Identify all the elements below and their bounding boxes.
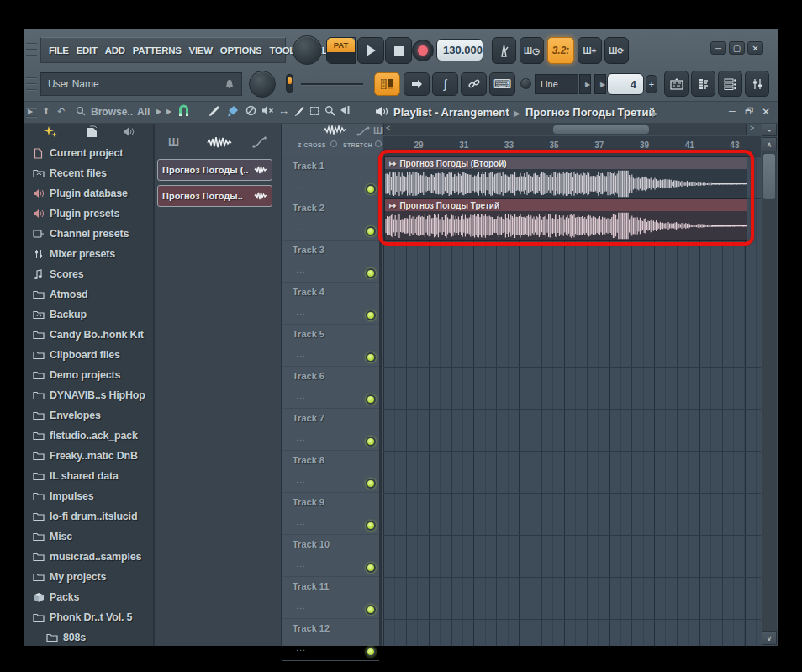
playlist-window-title[interactable]: Playlist - Arrangement [393, 106, 509, 119]
stop-button[interactable] [385, 37, 412, 64]
browser-back-icon[interactable]: ↶ [57, 106, 65, 117]
countdown-button[interactable]: Ш+ [578, 37, 602, 64]
browser-item[interactable]: Recent files [25, 163, 151, 183]
vscroll-thumb[interactable] [763, 154, 775, 199]
track-enable-led[interactable] [366, 647, 376, 657]
track-row[interactable]: Track 11... [282, 577, 379, 619]
wait-for-input-button[interactable]: Ш◷ [520, 37, 544, 64]
browser-preview-button[interactable] [123, 126, 135, 137]
browser-item[interactable]: Phonk Dr..t Vol. 5 [25, 607, 151, 627]
browser-item[interactable]: My projects [25, 567, 151, 587]
playlist-view-button[interactable] [664, 71, 689, 97]
app-close-button[interactable]: ✕ [747, 41, 763, 55]
browser-item[interactable]: Current project [25, 143, 151, 163]
link-button[interactable] [461, 72, 487, 96]
track-row[interactable]: Track 5... [282, 325, 379, 367]
patterns-mode-icon[interactable]: Ш [373, 125, 383, 135]
snap-selector[interactable]: Line [535, 74, 578, 94]
song-mode-area[interactable] [327, 52, 355, 63]
delete-tool-button[interactable] [245, 105, 256, 116]
master-pitch-knob[interactable] [249, 71, 276, 98]
browser-item[interactable]: Channel presets [25, 224, 151, 244]
track-enable-led[interactable] [366, 394, 376, 405]
browser-search-icon[interactable] [76, 106, 86, 116]
playlist-options-button[interactable]: ▪ [762, 124, 777, 136]
track-enable-led[interactable] [366, 310, 376, 320]
playback-tool-button[interactable] [339, 105, 350, 115]
hscroll-thumb[interactable] [553, 125, 649, 134]
track-row[interactable]: Track 8... [282, 451, 379, 493]
track-enable-led[interactable] [366, 226, 376, 236]
main-volume-knob[interactable] [293, 35, 322, 65]
slice-tool-button[interactable] [294, 105, 305, 116]
track-enable-led[interactable] [366, 479, 376, 489]
playlist-maximize-button[interactable]: 🗗 [745, 106, 754, 116]
menu-item-patterns[interactable]: PATTERNS [133, 45, 182, 56]
track-row[interactable]: Track 9... [282, 493, 379, 535]
browser-item[interactable]: Misc [25, 526, 151, 547]
track-row[interactable]: Track 10... [282, 535, 379, 577]
track-enable-led[interactable] [366, 268, 376, 278]
browser-item[interactable]: lo-fi drum..itslucid [25, 506, 151, 526]
user-name-field[interactable]: User Name [40, 72, 242, 96]
track-row[interactable]: Track 2... [282, 198, 379, 241]
filter-arrow[interactable]: ▶ [156, 108, 161, 115]
picker-tab-automation[interactable] [252, 136, 267, 148]
metronome-button[interactable] [492, 37, 516, 64]
slide-notes-button[interactable]: ʃ [432, 72, 458, 96]
vscroll-down-button[interactable]: ∨ [762, 631, 777, 645]
step-arrow-button[interactable] [404, 72, 430, 96]
picker-item-audio-clip-1[interactable]: Прогноз Погоды (.. [157, 159, 272, 181]
menu-item-view[interactable]: VIEW [189, 45, 213, 56]
browse-label[interactable]: Browse.. [91, 106, 133, 118]
window-grip[interactable] [26, 43, 37, 56]
draw-tool-button[interactable] [208, 105, 220, 117]
track-row[interactable]: Track 6... [282, 367, 379, 409]
slip-tool-icon[interactable]: ↔ [278, 104, 289, 117]
toolbar-grip[interactable] [26, 77, 37, 91]
audio-clip-1[interactable]: ↦ Прогноз Погоды (Второй) [384, 156, 747, 198]
timeline-ruler[interactable]: 2931333537394143 [383, 136, 761, 156]
track-enable-led[interactable] [366, 184, 376, 194]
track-row[interactable]: Track 12... [282, 619, 379, 661]
menu-item-edit[interactable]: EDIT [77, 45, 98, 56]
browser-item[interactable]: Demo projects [25, 365, 151, 385]
audio-tracks-mode-icon[interactable] [323, 125, 346, 136]
track-enable-led[interactable] [366, 521, 376, 531]
track-enable-led[interactable] [366, 352, 376, 362]
hscroll-right-arrow[interactable]: > [750, 124, 754, 132]
select-tool-icon[interactable] [310, 107, 319, 115]
browser-item[interactable]: Backup [25, 304, 151, 325]
mini-knob[interactable] [520, 78, 531, 89]
channel-rack-view-button[interactable] [718, 71, 742, 97]
browser-item[interactable]: Packs [25, 587, 151, 607]
zcross-toggle[interactable] [330, 140, 337, 147]
playlist-menu-arrow[interactable]: ▶ [166, 108, 171, 115]
value-display[interactable]: 4 [607, 73, 644, 95]
browser-item[interactable]: Atmosd [25, 284, 151, 304]
mute-tool-button[interactable] [261, 105, 274, 116]
browser-item[interactable]: Clipboard files [25, 345, 151, 365]
track-row[interactable]: Track 7... [282, 409, 379, 451]
playlist-minimize-button[interactable]: ─ [729, 106, 736, 116]
playlist-title-icon[interactable] [375, 106, 388, 117]
bpm-display[interactable]: 130.000 [436, 39, 483, 61]
browser-item[interactable]: Freaky..matic DnB [25, 446, 151, 466]
menu-item-file[interactable]: FILE [49, 45, 69, 56]
clip-header[interactable]: ↦ Прогноз Погоды (Второй) [385, 157, 747, 169]
browser-item[interactable]: Impulses [25, 486, 151, 506]
audio-clip-2[interactable]: ↦ Прогноз Погоды Третий [384, 198, 747, 241]
playlist-close-button[interactable]: ✕ [762, 106, 770, 118]
paint-tool-button[interactable] [227, 105, 239, 117]
typing-keyboard-button[interactable]: ⌨ [489, 72, 515, 96]
shuffle-slider-thumb[interactable] [288, 77, 292, 84]
hscroll-left-arrow[interactable]: < [386, 124, 390, 132]
picker-tab-audio[interactable] [207, 137, 232, 149]
loop-record-button[interactable]: Ш⟳ [604, 37, 629, 64]
browser-item[interactable]: Plugin presets [25, 204, 151, 224]
track-row[interactable]: Track 4... [282, 283, 379, 325]
browser-item[interactable]: musicrad..samples [25, 547, 151, 567]
step-edit-button[interactable] [374, 72, 400, 96]
position-display[interactable]: 3.2: [547, 37, 574, 64]
browser-up-icon[interactable]: ⬆ [42, 106, 50, 117]
